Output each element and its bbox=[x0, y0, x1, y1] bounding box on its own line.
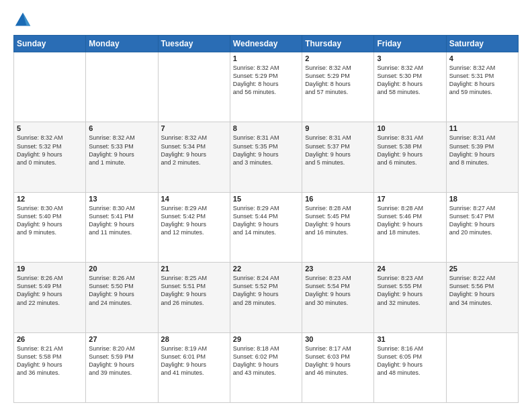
logo-icon bbox=[13, 11, 32, 30]
calendar-header-friday: Friday bbox=[374, 36, 446, 52]
cell-content: Sunrise: 8:23 AM Sunset: 5:54 PM Dayligh… bbox=[305, 274, 371, 307]
day-number: 26 bbox=[17, 335, 83, 343]
calendar-cell: 7Sunrise: 8:32 AM Sunset: 5:34 PM Daylig… bbox=[158, 122, 230, 192]
calendar-cell: 15Sunrise: 8:29 AM Sunset: 5:44 PM Dayli… bbox=[230, 192, 302, 262]
cell-content: Sunrise: 8:23 AM Sunset: 5:55 PM Dayligh… bbox=[377, 274, 443, 307]
calendar-cell: 20Sunrise: 8:26 AM Sunset: 5:50 PM Dayli… bbox=[86, 263, 158, 332]
day-number: 23 bbox=[305, 265, 371, 273]
cell-content: Sunrise: 8:22 AM Sunset: 5:56 PM Dayligh… bbox=[449, 274, 515, 307]
cell-content: Sunrise: 8:20 AM Sunset: 5:59 PM Dayligh… bbox=[89, 345, 154, 377]
day-number: 10 bbox=[377, 124, 443, 132]
day-number: 9 bbox=[305, 124, 371, 132]
calendar-cell: 28Sunrise: 8:19 AM Sunset: 6:01 PM Dayli… bbox=[158, 332, 230, 402]
day-number: 20 bbox=[89, 265, 154, 273]
calendar-cell: 30Sunrise: 8:17 AM Sunset: 6:03 PM Dayli… bbox=[302, 332, 374, 402]
logo bbox=[13, 11, 35, 30]
day-number: 7 bbox=[161, 124, 227, 132]
calendar-cell: 26Sunrise: 8:21 AM Sunset: 5:58 PM Dayli… bbox=[14, 332, 86, 402]
day-number: 5 bbox=[17, 124, 83, 132]
cell-content: Sunrise: 8:31 AM Sunset: 5:37 PM Dayligh… bbox=[305, 134, 371, 167]
calendar-cell: 24Sunrise: 8:23 AM Sunset: 5:55 PM Dayli… bbox=[374, 263, 446, 332]
day-number: 17 bbox=[377, 195, 443, 203]
calendar-week-3: 12Sunrise: 8:30 AM Sunset: 5:40 PM Dayli… bbox=[14, 192, 519, 262]
calendar-cell bbox=[158, 52, 230, 122]
day-number: 6 bbox=[89, 124, 154, 132]
day-number: 13 bbox=[89, 195, 154, 203]
calendar-cell: 19Sunrise: 8:26 AM Sunset: 5:49 PM Dayli… bbox=[14, 263, 86, 332]
day-number: 11 bbox=[449, 124, 515, 132]
day-number: 4 bbox=[449, 54, 515, 62]
cell-content: Sunrise: 8:32 AM Sunset: 5:32 PM Dayligh… bbox=[17, 134, 83, 167]
cell-content: Sunrise: 8:29 AM Sunset: 5:42 PM Dayligh… bbox=[161, 204, 227, 237]
cell-content: Sunrise: 8:32 AM Sunset: 5:29 PM Dayligh… bbox=[305, 64, 371, 97]
cell-content: Sunrise: 8:19 AM Sunset: 6:01 PM Dayligh… bbox=[161, 345, 227, 377]
calendar-cell: 10Sunrise: 8:31 AM Sunset: 5:38 PM Dayli… bbox=[374, 122, 446, 192]
cell-content: Sunrise: 8:21 AM Sunset: 5:58 PM Dayligh… bbox=[17, 345, 83, 377]
calendar-cell: 27Sunrise: 8:20 AM Sunset: 5:59 PM Dayli… bbox=[86, 332, 158, 402]
cell-content: Sunrise: 8:32 AM Sunset: 5:34 PM Dayligh… bbox=[161, 134, 227, 167]
calendar-cell: 14Sunrise: 8:29 AM Sunset: 5:42 PM Dayli… bbox=[158, 192, 230, 262]
calendar-header-monday: Monday bbox=[86, 36, 158, 52]
cell-content: Sunrise: 8:26 AM Sunset: 5:50 PM Dayligh… bbox=[89, 274, 154, 307]
calendar-cell: 18Sunrise: 8:27 AM Sunset: 5:47 PM Dayli… bbox=[446, 192, 518, 262]
cell-content: Sunrise: 8:28 AM Sunset: 5:46 PM Dayligh… bbox=[377, 204, 443, 237]
cell-content: Sunrise: 8:26 AM Sunset: 5:49 PM Dayligh… bbox=[17, 274, 83, 307]
day-number: 24 bbox=[377, 265, 443, 273]
cell-content: Sunrise: 8:30 AM Sunset: 5:40 PM Dayligh… bbox=[17, 204, 83, 237]
cell-content: Sunrise: 8:16 AM Sunset: 6:05 PM Dayligh… bbox=[377, 345, 443, 377]
cell-content: Sunrise: 8:32 AM Sunset: 5:29 PM Dayligh… bbox=[233, 64, 299, 97]
calendar-cell: 25Sunrise: 8:22 AM Sunset: 5:56 PM Dayli… bbox=[446, 263, 518, 332]
cell-content: Sunrise: 8:31 AM Sunset: 5:35 PM Dayligh… bbox=[233, 134, 299, 167]
cell-content: Sunrise: 8:30 AM Sunset: 5:41 PM Dayligh… bbox=[89, 204, 154, 237]
day-number: 3 bbox=[377, 54, 443, 62]
day-number: 30 bbox=[305, 335, 371, 343]
calendar-cell: 31Sunrise: 8:16 AM Sunset: 6:05 PM Dayli… bbox=[374, 332, 446, 402]
cell-content: Sunrise: 8:24 AM Sunset: 5:52 PM Dayligh… bbox=[233, 274, 299, 307]
day-number: 12 bbox=[17, 195, 83, 203]
cell-content: Sunrise: 8:25 AM Sunset: 5:51 PM Dayligh… bbox=[161, 274, 227, 307]
calendar-cell: 2Sunrise: 8:32 AM Sunset: 5:29 PM Daylig… bbox=[302, 52, 374, 122]
calendar-cell bbox=[446, 332, 518, 402]
calendar-cell: 3Sunrise: 8:32 AM Sunset: 5:30 PM Daylig… bbox=[374, 52, 446, 122]
calendar-cell: 22Sunrise: 8:24 AM Sunset: 5:52 PM Dayli… bbox=[230, 263, 302, 332]
calendar-cell: 13Sunrise: 8:30 AM Sunset: 5:41 PM Dayli… bbox=[86, 192, 158, 262]
calendar-cell: 4Sunrise: 8:32 AM Sunset: 5:31 PM Daylig… bbox=[446, 52, 518, 122]
calendar-cell: 17Sunrise: 8:28 AM Sunset: 5:46 PM Dayli… bbox=[374, 192, 446, 262]
calendar-header-thursday: Thursday bbox=[302, 36, 374, 52]
calendar-header-row: SundayMondayTuesdayWednesdayThursdayFrid… bbox=[14, 36, 519, 52]
cell-content: Sunrise: 8:29 AM Sunset: 5:44 PM Dayligh… bbox=[233, 204, 299, 237]
day-number: 15 bbox=[233, 195, 299, 203]
cell-content: Sunrise: 8:32 AM Sunset: 5:31 PM Dayligh… bbox=[449, 64, 515, 97]
calendar-cell: 6Sunrise: 8:32 AM Sunset: 5:33 PM Daylig… bbox=[86, 122, 158, 192]
cell-content: Sunrise: 8:31 AM Sunset: 5:38 PM Dayligh… bbox=[377, 134, 443, 167]
calendar-cell: 9Sunrise: 8:31 AM Sunset: 5:37 PM Daylig… bbox=[302, 122, 374, 192]
calendar-week-1: 1Sunrise: 8:32 AM Sunset: 5:29 PM Daylig… bbox=[14, 52, 519, 122]
header bbox=[13, 11, 519, 30]
day-number: 27 bbox=[89, 335, 154, 343]
calendar-week-2: 5Sunrise: 8:32 AM Sunset: 5:32 PM Daylig… bbox=[14, 122, 519, 192]
day-number: 22 bbox=[233, 265, 299, 273]
calendar-cell: 1Sunrise: 8:32 AM Sunset: 5:29 PM Daylig… bbox=[230, 52, 302, 122]
day-number: 29 bbox=[233, 335, 299, 343]
calendar-header-wednesday: Wednesday bbox=[230, 36, 302, 52]
day-number: 1 bbox=[233, 54, 299, 62]
calendar-cell: 12Sunrise: 8:30 AM Sunset: 5:40 PM Dayli… bbox=[14, 192, 86, 262]
cell-content: Sunrise: 8:18 AM Sunset: 6:02 PM Dayligh… bbox=[233, 345, 299, 377]
day-number: 18 bbox=[449, 195, 515, 203]
calendar-cell bbox=[86, 52, 158, 122]
day-number: 28 bbox=[161, 335, 227, 343]
day-number: 31 bbox=[377, 335, 443, 343]
calendar-week-5: 26Sunrise: 8:21 AM Sunset: 5:58 PM Dayli… bbox=[14, 332, 519, 402]
page: SundayMondayTuesdayWednesdayThursdayFrid… bbox=[0, 0, 532, 411]
calendar-table: SundayMondayTuesdayWednesdayThursdayFrid… bbox=[13, 35, 519, 403]
calendar-cell: 11Sunrise: 8:31 AM Sunset: 5:39 PM Dayli… bbox=[446, 122, 518, 192]
calendar-week-4: 19Sunrise: 8:26 AM Sunset: 5:49 PM Dayli… bbox=[14, 263, 519, 332]
day-number: 21 bbox=[161, 265, 227, 273]
calendar-header-saturday: Saturday bbox=[446, 36, 518, 52]
cell-content: Sunrise: 8:17 AM Sunset: 6:03 PM Dayligh… bbox=[305, 345, 371, 377]
calendar-cell: 23Sunrise: 8:23 AM Sunset: 5:54 PM Dayli… bbox=[302, 263, 374, 332]
day-number: 16 bbox=[305, 195, 371, 203]
calendar-cell: 16Sunrise: 8:28 AM Sunset: 5:45 PM Dayli… bbox=[302, 192, 374, 262]
calendar-cell: 29Sunrise: 8:18 AM Sunset: 6:02 PM Dayli… bbox=[230, 332, 302, 402]
cell-content: Sunrise: 8:32 AM Sunset: 5:33 PM Dayligh… bbox=[89, 134, 154, 167]
